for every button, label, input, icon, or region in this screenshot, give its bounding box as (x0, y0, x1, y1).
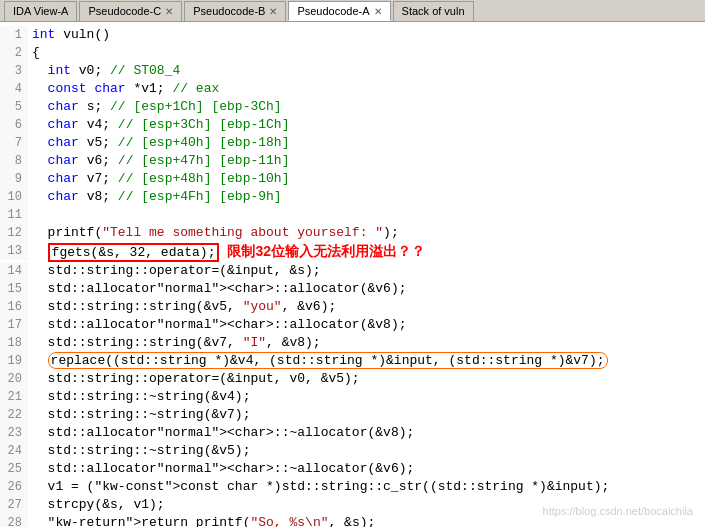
line-content: char v6; // [esp+47h] [ebp-11h] (28, 152, 705, 170)
code-line-6: 6 char v4; // [esp+3Ch] [ebp-1Ch] (0, 116, 705, 134)
line-number: 1 (0, 26, 28, 44)
code-line-21: 21 std::string::~string(&v4); (0, 388, 705, 406)
tab-pseudocode-a[interactable]: Pseudocode-A ✕ (288, 1, 390, 21)
line-number: 9 (0, 170, 28, 188)
line-number: 19 (0, 352, 28, 370)
line-content: std::string::operator=(&input, v0, &v5); (28, 370, 705, 388)
tab-ida-view[interactable]: IDA View-A (4, 1, 77, 21)
line-content: std::string::operator=(&input, &s); (28, 262, 705, 280)
line-number: 15 (0, 280, 28, 298)
line-content: int vuln() (28, 26, 705, 44)
close-icon[interactable]: ✕ (165, 6, 173, 17)
line-content: std::allocator"normal"><char>::allocator… (28, 316, 705, 334)
line-content: char v5; // [esp+40h] [ebp-18h] (28, 134, 705, 152)
code-line-9: 9 char v7; // [esp+48h] [ebp-10h] (0, 170, 705, 188)
line-number: 6 (0, 116, 28, 134)
line-content: char s; // [esp+1Ch] [ebp-3Ch] (28, 98, 705, 116)
code-line-12: 12 printf("Tell me something about yours… (0, 224, 705, 242)
line-content: char v8; // [esp+4Fh] [ebp-9h] (28, 188, 705, 206)
code-line-15: 15 std::allocator"normal"><char>::alloca… (0, 280, 705, 298)
line-number: 4 (0, 80, 28, 98)
code-line-8: 8 char v6; // [esp+47h] [ebp-11h] (0, 152, 705, 170)
line-number: 21 (0, 388, 28, 406)
line-content: char v7; // [esp+48h] [ebp-10h] (28, 170, 705, 188)
line-number: 26 (0, 478, 28, 496)
tab-bar: IDA View-A Pseudocode-C ✕ Pseudocode-B ✕… (0, 0, 705, 22)
line-number: 28 (0, 514, 28, 527)
line-number: 13 (0, 242, 28, 260)
line-number: 22 (0, 406, 28, 424)
code-line-16: 16 std::string::string(&v5, "you", &v6); (0, 298, 705, 316)
tab-stack-of-vuln[interactable]: Stack of vuln (393, 1, 474, 21)
line-content: std::string::~string(&v4); (28, 388, 705, 406)
line-number: 8 (0, 152, 28, 170)
code-line-5: 5 char s; // [esp+1Ch] [ebp-3Ch] (0, 98, 705, 116)
tab-pseudocode-c[interactable]: Pseudocode-C ✕ (79, 1, 182, 21)
line-number: 11 (0, 206, 28, 224)
close-icon[interactable]: ✕ (374, 6, 382, 17)
code-line-13: 13 fgets(&s, 32, edata);限制32位输入无法利用溢出？？ (0, 242, 705, 262)
code-line-26: 26 v1 = ("kw-const">const char *)std::st… (0, 478, 705, 496)
line-number: 23 (0, 424, 28, 442)
code-line-4: 4 const char *v1; // eax (0, 80, 705, 98)
line-number: 7 (0, 134, 28, 152)
line-content: replace((std::string *)&v4, (std::string… (28, 352, 705, 370)
code-line-1: 1int vuln() (0, 26, 705, 44)
line-number: 17 (0, 316, 28, 334)
code-line-10: 10 char v8; // [esp+4Fh] [ebp-9h] (0, 188, 705, 206)
code-line-24: 24 std::string::~string(&v5); (0, 442, 705, 460)
line-number: 27 (0, 496, 28, 514)
line-content: std::string::~string(&v7); (28, 406, 705, 424)
line-number: 16 (0, 298, 28, 316)
line-content: fgets(&s, 32, edata);限制32位输入无法利用溢出？？ (28, 242, 705, 262)
line-number: 14 (0, 262, 28, 280)
watermark: https://blog.csdn.net/bocaichila (543, 505, 693, 517)
code-line-11: 11 (0, 206, 705, 224)
code-line-23: 23 std::allocator"normal"><char>::~alloc… (0, 424, 705, 442)
line-content: v1 = ("kw-const">const char *)std::strin… (28, 478, 705, 496)
code-line-25: 25 std::allocator"normal"><char>::~alloc… (0, 460, 705, 478)
line-content: char v4; // [esp+3Ch] [ebp-1Ch] (28, 116, 705, 134)
line-number: 10 (0, 188, 28, 206)
line-number: 18 (0, 334, 28, 352)
line-content: printf("Tell me something about yourself… (28, 224, 705, 242)
line-content: std::string::string(&v5, "you", &v6); (28, 298, 705, 316)
line-content: std::allocator"normal"><char>::allocator… (28, 280, 705, 298)
line-number: 2 (0, 44, 28, 62)
code-line-7: 7 char v5; // [esp+40h] [ebp-18h] (0, 134, 705, 152)
line-content: { (28, 44, 705, 62)
tab-pseudocode-b[interactable]: Pseudocode-B ✕ (184, 1, 286, 21)
line-content: std::allocator"normal"><char>::~allocato… (28, 460, 705, 478)
code-line-18: 18 std::string::string(&v7, "I", &v8); (0, 334, 705, 352)
line-content: std::string::~string(&v5); (28, 442, 705, 460)
code-line-3: 3 int v0; // ST08_4 (0, 62, 705, 80)
line-content: const char *v1; // eax (28, 80, 705, 98)
line-number: 20 (0, 370, 28, 388)
line-number: 25 (0, 460, 28, 478)
line-number: 3 (0, 62, 28, 80)
code-line-2: 2{ (0, 44, 705, 62)
line-number: 5 (0, 98, 28, 116)
code-line-14: 14 std::string::operator=(&input, &s); (0, 262, 705, 280)
code-area: 1int vuln()2{3 int v0; // ST08_44 const … (0, 22, 705, 527)
line-content: std::string::string(&v7, "I", &v8); (28, 334, 705, 352)
code-line-22: 22 std::string::~string(&v7); (0, 406, 705, 424)
line-content: std::allocator"normal"><char>::~allocato… (28, 424, 705, 442)
code-line-19: 19 replace((std::string *)&v4, (std::str… (0, 352, 705, 370)
line-number: 24 (0, 442, 28, 460)
line-number: 12 (0, 224, 28, 242)
code-line-20: 20 std::string::operator=(&input, v0, &v… (0, 370, 705, 388)
code-line-17: 17 std::allocator"normal"><char>::alloca… (0, 316, 705, 334)
line-content: int v0; // ST08_4 (28, 62, 705, 80)
close-icon[interactable]: ✕ (269, 6, 277, 17)
